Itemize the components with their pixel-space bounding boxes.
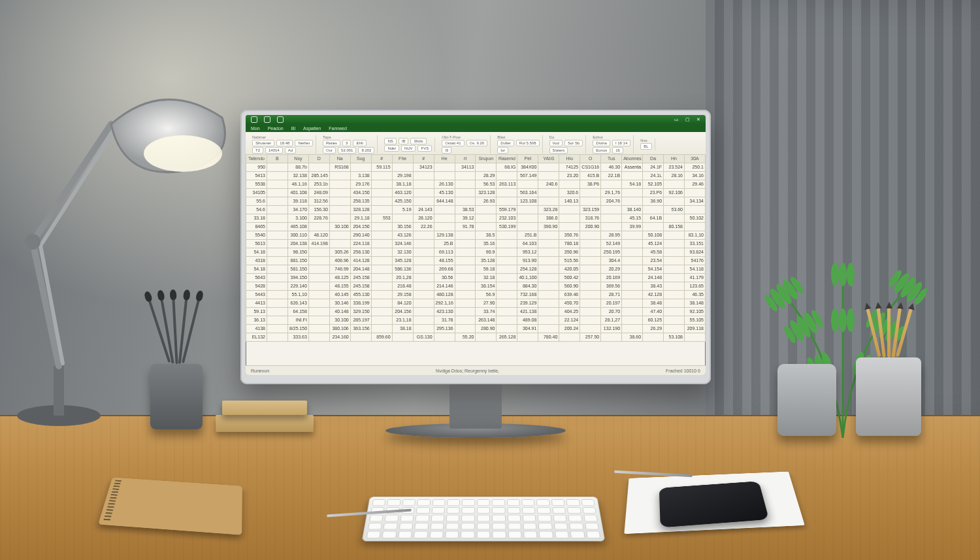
- cell[interactable]: 80.158: [664, 223, 685, 231]
- cell[interactable]: [664, 197, 685, 206]
- cell[interactable]: 258.130: [350, 248, 371, 257]
- cell[interactable]: 55.6: [246, 197, 267, 206]
- cell[interactable]: 43.126: [392, 231, 413, 240]
- cell[interactable]: [455, 274, 476, 282]
- cell[interactable]: 250.1: [685, 163, 706, 172]
- cell[interactable]: 5613: [246, 240, 267, 248]
- keyboard-key[interactable]: [507, 507, 521, 514]
- cell[interactable]: 20.70: [601, 308, 622, 316]
- cell[interactable]: 300.110: [287, 231, 308, 240]
- cell[interactable]: [538, 274, 559, 282]
- cell[interactable]: 214.146: [434, 282, 455, 291]
- cell[interactable]: [350, 163, 371, 172]
- cell[interactable]: 881.150: [287, 257, 308, 265]
- cell[interactable]: [413, 282, 434, 291]
- ribbon-item[interactable]: Eonos: [593, 147, 610, 154]
- cell[interactable]: 290.140: [350, 231, 371, 240]
- cell[interactable]: 218.48: [392, 282, 413, 291]
- cell[interactable]: 363.156: [350, 325, 371, 333]
- cell[interactable]: 56.53: [476, 180, 497, 189]
- cell[interactable]: [267, 214, 287, 223]
- keyboard-key[interactable]: [414, 531, 428, 538]
- save-icon[interactable]: [251, 116, 257, 123]
- ribbon-item[interactable]: Ndel: [384, 145, 399, 152]
- cell[interactable]: 280.90: [476, 325, 497, 333]
- cell[interactable]: 59.18: [476, 265, 497, 274]
- cell[interactable]: [497, 231, 517, 240]
- keyboard-key[interactable]: [492, 499, 505, 506]
- cell[interactable]: 323.28: [538, 206, 559, 214]
- cell[interactable]: [267, 223, 287, 231]
- column-header[interactable]: Hn: [664, 155, 685, 163]
- cell[interactable]: [350, 333, 371, 342]
- cell[interactable]: [664, 291, 685, 299]
- menu-aspatien[interactable]: Aspatien: [303, 126, 321, 131]
- cell[interactable]: 386.0: [538, 214, 559, 223]
- ribbon-item[interactable]: I3: [442, 147, 451, 154]
- ribbon-item[interactable]: I 18 14: [612, 140, 630, 146]
- cell[interactable]: 263.113: [497, 180, 517, 189]
- keyboard[interactable]: [362, 497, 606, 541]
- cell[interactable]: 39.12: [455, 214, 476, 223]
- cell[interactable]: 553: [371, 214, 392, 223]
- cell[interactable]: 295.136: [434, 325, 455, 333]
- cell[interactable]: [538, 291, 559, 299]
- cell[interactable]: [329, 231, 350, 240]
- cell[interactable]: 32.138: [287, 172, 308, 180]
- cell[interactable]: [434, 206, 455, 214]
- column-header[interactable]: #: [371, 155, 392, 163]
- cell[interactable]: [308, 223, 329, 231]
- cell[interactable]: 4413: [246, 299, 267, 308]
- column-header[interactable]: Rasemd: [497, 155, 517, 163]
- cell[interactable]: [580, 189, 601, 197]
- cell[interactable]: 41.179: [685, 274, 706, 282]
- ribbon-item[interactable]: Ior: [497, 147, 508, 154]
- cell[interactable]: 8465: [246, 223, 267, 231]
- cell[interactable]: 480.128: [434, 291, 455, 299]
- cell[interactable]: 28.1,27: [601, 316, 622, 325]
- cell[interactable]: 92.106: [664, 189, 685, 197]
- cell[interactable]: [371, 299, 392, 308]
- cell[interactable]: 38.P6: [580, 180, 601, 189]
- cell[interactable]: [413, 180, 434, 189]
- cell[interactable]: [517, 223, 538, 231]
- cell[interactable]: [664, 248, 685, 257]
- cell[interactable]: [308, 333, 329, 342]
- cell[interactable]: 64.103: [517, 240, 538, 248]
- cell[interactable]: [685, 223, 706, 231]
- cell[interactable]: 746.99: [329, 265, 350, 274]
- cell[interactable]: 23.P6: [643, 189, 664, 197]
- cell[interactable]: [329, 206, 350, 214]
- cell[interactable]: [267, 316, 287, 325]
- cell[interactable]: [622, 231, 643, 240]
- cell[interactable]: [538, 325, 559, 333]
- keyboard-key[interactable]: [523, 515, 536, 521]
- cell[interactable]: 285.145: [308, 172, 329, 180]
- cell[interactable]: [601, 206, 622, 214]
- ribbon-item[interactable]: Rol 5.508: [516, 140, 540, 146]
- cell[interactable]: [559, 333, 580, 342]
- cell[interactable]: 48.155: [434, 257, 455, 265]
- cell[interactable]: 250.195: [601, 248, 622, 257]
- cell[interactable]: 240.6: [538, 180, 559, 189]
- cell[interactable]: 450.70: [559, 299, 580, 308]
- keyboard-key[interactable]: [492, 515, 506, 521]
- column-header[interactable]: #: [413, 155, 434, 163]
- cell[interactable]: 324.146: [392, 240, 413, 248]
- cell[interactable]: [413, 248, 434, 257]
- cell[interactable]: [622, 282, 643, 291]
- ribbon-item[interactable]: Divina: [593, 140, 610, 146]
- cell[interactable]: [371, 308, 392, 316]
- ribbon-item[interactable]: Ad: [285, 147, 296, 154]
- cell[interactable]: 47.40: [643, 308, 664, 316]
- cell[interactable]: 34105: [246, 189, 267, 197]
- column-header[interactable]: Nsy: [287, 155, 308, 163]
- cell[interactable]: 55.105: [685, 316, 706, 325]
- cell[interactable]: 263.148: [476, 316, 497, 325]
- cell[interactable]: [371, 180, 392, 189]
- cell[interactable]: 780.18: [559, 240, 580, 248]
- cell[interactable]: 285.197: [350, 316, 371, 325]
- cell[interactable]: [622, 172, 643, 180]
- cell[interactable]: 60.125: [643, 316, 664, 325]
- keyboard-key[interactable]: [416, 515, 429, 521]
